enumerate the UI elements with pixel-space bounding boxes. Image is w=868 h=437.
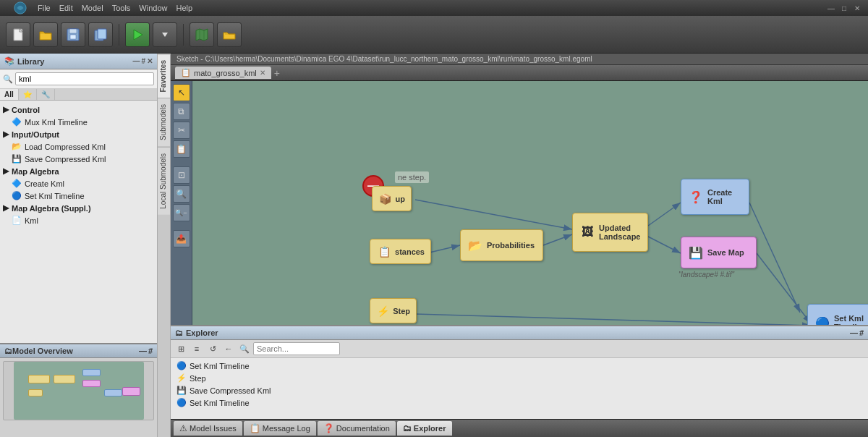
save-map-label: Save Map [707,248,744,257]
tool-zoom-in[interactable]: 🔍 [173,185,190,203]
copy-button[interactable] [88,22,113,47]
new-button[interactable] [6,22,30,47]
exp-item-label: Set Kml Timeline [190,362,250,370]
tree-group-map-algebra[interactable]: ▶ Map Algebra [0,165,157,177]
sketch-tab-main[interactable]: 📋 mato_grosso_kml ✕ [175,67,271,79]
set-kml-timeline-label: Set KmlTimeline [834,314,866,325]
open-folder-button[interactable] [217,22,242,47]
tree-item-mux[interactable]: 🔷 Mux Kml Timeline [0,116,157,128]
menu-file[interactable]: File [38,4,51,12]
probabilities-node[interactable]: 📂 Probabilities [460,229,543,261]
library-tab-all[interactable]: All [0,89,19,100]
distances-node-label: stances [395,247,425,256]
tree-item-label: Set Kml Timeline [25,192,85,200]
menu-tools[interactable]: Tools [112,4,131,12]
updated-landscape-node[interactable]: 🖼 UpdatedLandscape [572,213,648,252]
open-button[interactable] [33,22,58,47]
explorer-minimize-icon[interactable]: — [850,328,858,337]
tree-item-save-compressed[interactable]: 💾 Save Compressed Kml [0,153,157,165]
ov-node-1 [28,375,50,383]
explorer-item-step[interactable]: ⚡ Step [171,372,868,384]
explorer-search-input[interactable] [253,342,340,355]
sketch-path-bar: Sketch - C:\Users\herma\Documents\Dinami… [171,54,868,65]
explorer-back-button[interactable]: ← [221,341,236,356]
tree-group-map-algebra-suppl[interactable]: ▶ Map Algebra (Suppl.) [0,202,157,214]
vtab-submodels[interactable]: Submodels [158,98,170,146]
minimize-button[interactable]: — [826,3,836,13]
library-float-icon[interactable]: # [141,57,145,65]
library-search-input[interactable] [15,72,154,85]
tab-documentation[interactable]: ❓ Documentation [318,421,396,436]
menu-help[interactable]: Help [176,4,192,12]
library-tab-tools[interactable]: 🔧 [37,89,55,100]
run-dropdown-button[interactable] [153,22,177,47]
distances-node[interactable]: 📋 stances [370,239,431,264]
explorer-refresh-button[interactable]: ↺ [205,341,220,356]
tree-item-load-compressed[interactable]: 📂 Load Compressed Kml [0,140,157,153]
overview-float-icon[interactable]: # [148,347,153,355]
tree-item-set-kml-timeline[interactable]: 🔵 Set Kml Timeline [0,190,157,202]
explorer-list-view-button[interactable]: ≡ [190,341,204,356]
content-area: Sketch - C:\Users\herma\Documents\Dinami… [171,54,868,437]
vtab-local-submodels[interactable]: Local Submodels [158,147,170,215]
tree-group-label: Control [12,106,40,114]
create-kml-node[interactable]: ❓ CreateKml [681,179,749,215]
model-overview-title: Model Overview [12,347,73,355]
close-button[interactable]: ✕ [852,3,862,13]
model-overview-header: 🗂 Model Overview — # [0,344,157,358]
menu-window[interactable]: Window [139,4,167,12]
explorer-item-set-kml-timeline-1[interactable]: 🔵 Set Kml Timeline [171,360,868,372]
up-node[interactable]: 📦 up [372,186,412,211]
library-close-icon[interactable]: ✕ [147,57,153,65]
run-button[interactable] [125,22,150,47]
explorer-float-icon[interactable]: # [859,328,864,337]
conn-savemap-setkml [757,253,811,323]
ov-node-6 [122,387,140,396]
sketch-path-text: Sketch - C:\Users\herma\Documents\Dinami… [176,55,592,63]
tree-group-control[interactable]: ▶ Control [0,103,157,116]
toolbar-separator-2 [183,24,184,46]
library-tab-favorites[interactable]: ⭐ [19,89,37,100]
save-button[interactable] [61,22,85,47]
explorer-item-set-kml-timeline-2[interactable]: 🔵 Set Kml Timeline [171,396,868,409]
search-icon: 🔍 [3,75,13,84]
tab-model-issues[interactable]: ⚠ Model Issues [174,421,242,436]
library-minimize-icon[interactable]: — [132,57,140,65]
svg-rect-4 [70,35,76,39]
map-button[interactable] [190,22,214,47]
explorer-grid-view-button[interactable]: ⊞ [174,341,188,356]
overview-minimize-icon[interactable]: — [139,347,147,355]
model-overview-header-icons: — # [139,347,153,355]
tool-export[interactable]: 📤 [173,230,190,247]
conn-updated-savemap [648,237,681,253]
tree-item-create-kml[interactable]: 🔷 Create Kml [0,177,157,190]
menu-edit[interactable]: Edit [59,4,73,12]
tool-zoom-out[interactable]: 🔍− [173,204,190,221]
explorer-icon: 🗂 [175,328,183,337]
tool-zoom-fit[interactable]: ⊡ [173,166,190,184]
vertical-tabs: Favorites Submodels Local Submodels [158,54,171,437]
tree-item-kml[interactable]: 📄 Kml [0,214,157,226]
vtab-favorites[interactable]: Favorites [158,54,170,98]
sketch-tab-close[interactable]: ✕ [260,69,265,77]
step-node[interactable]: ⚡ Step [370,298,417,323]
save-map-node[interactable]: 💾 Save Map [681,237,757,268]
tree-group-inputoutput[interactable]: ▶ Input/Output [0,128,157,140]
workflow-canvas[interactable]: — ne step. 📦 up 📋 stances [192,81,868,325]
tab-message-log[interactable]: 📋 Message Log [244,421,316,436]
explorer-item-save-compressed[interactable]: 💾 Save Compressed Kml [171,384,868,396]
tree-item-icon: 📄 [12,216,22,225]
set-kml-timeline-node[interactable]: 🔵 Set KmlTimeline [807,304,868,325]
tool-copy[interactable]: ⧉ [173,103,190,120]
tool-cut[interactable]: ✂ [173,122,190,139]
tool-pointer[interactable]: ↖ [173,84,190,101]
menu-model[interactable]: Model [82,4,103,12]
tool-paste[interactable]: 📋 [173,140,190,158]
sketch-add-tab-button[interactable]: + [274,67,280,79]
tab-explorer[interactable]: 🗂 Explorer [397,421,452,436]
explorer-header: 🗂 Explorer — # [171,326,868,340]
svg-rect-6 [98,29,106,39]
maximize-button[interactable]: □ [839,3,849,13]
menu-bar: File Edit Model Tools Window Help [38,4,192,12]
bottom-tab-bar: ⚠ Model Issues 📋 Message Log ❓ Documenta… [171,419,868,437]
